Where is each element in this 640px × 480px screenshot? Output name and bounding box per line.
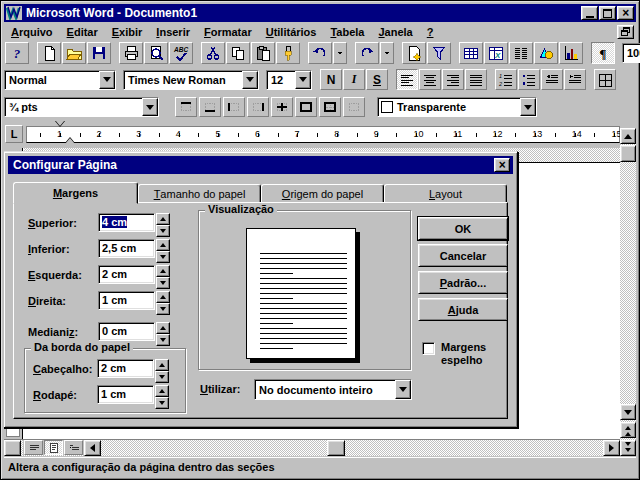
spelling-button[interactable]: ABC <box>169 42 193 64</box>
hscroll-thumb[interactable] <box>327 440 345 456</box>
menu-inserir[interactable]: Inserir <box>149 24 197 40</box>
cabeçalho-input[interactable]: 2 cm <box>97 359 154 378</box>
chevron-down-icon[interactable] <box>142 98 158 116</box>
vscroll-thumb[interactable] <box>620 145 636 162</box>
autotext-button[interactable] <box>402 42 426 64</box>
print-button[interactable] <box>119 42 143 64</box>
tab-margens[interactable]: Margens <box>13 182 138 204</box>
insert-table-button[interactable] <box>459 42 483 64</box>
border-outside-button[interactable] <box>295 97 317 117</box>
autoformat-button[interactable] <box>427 42 451 64</box>
normal-view-button[interactable] <box>24 440 43 455</box>
align-center-button[interactable] <box>419 69 441 90</box>
borders-toggle-button[interactable] <box>594 69 616 90</box>
menu-utilitrios[interactable]: Utilitários <box>259 24 324 40</box>
new-document-button[interactable] <box>37 42 61 64</box>
paste-button[interactable] <box>251 42 275 64</box>
format-painter-button[interactable] <box>276 42 300 64</box>
columns-button[interactable] <box>509 42 533 64</box>
align-justify-button[interactable] <box>465 69 487 90</box>
increase-indent-button[interactable] <box>564 69 586 90</box>
undo-button[interactable] <box>308 42 332 64</box>
chevron-down-icon[interactable] <box>520 98 536 116</box>
align-right-button[interactable] <box>442 69 464 90</box>
spinner[interactable] <box>156 322 170 341</box>
redo-dropdown-button[interactable] <box>380 42 394 64</box>
tab-alignment-button[interactable]: L <box>5 125 23 143</box>
border-inside-button[interactable] <box>271 97 293 117</box>
tab-layout[interactable]: Layout <box>384 184 507 203</box>
outline-view-button[interactable] <box>64 440 83 455</box>
spinner[interactable] <box>156 265 170 284</box>
spin-down-button[interactable] <box>156 334 170 346</box>
zoom-combo[interactable]: 100% <box>622 43 640 63</box>
page-layout-view-button[interactable] <box>44 440 63 455</box>
tab-origem-do-papel[interactable]: Origem do papel <box>261 184 384 203</box>
menu-formatar[interactable]: Formatar <box>197 24 259 40</box>
tab-tamanho-do-papel[interactable]: Tamanho do papel <box>138 184 261 203</box>
ajuda-button[interactable]: Ajuda <box>418 298 508 321</box>
decrease-indent-button[interactable] <box>541 69 563 90</box>
superior-input[interactable]: 4 cm <box>98 213 155 232</box>
undo-dropdown-button[interactable] <box>333 42 347 64</box>
spin-up-button[interactable] <box>156 322 170 334</box>
apply-to-combo[interactable]: No documento inteiro <box>254 379 412 400</box>
save-button[interactable] <box>87 42 111 64</box>
spin-down-button[interactable] <box>156 225 170 237</box>
cut-button[interactable] <box>201 42 225 64</box>
spin-up-button[interactable] <box>155 359 169 371</box>
vertical-scrollbar[interactable] <box>620 128 636 456</box>
copy-button[interactable] <box>226 42 250 64</box>
print-preview-button[interactable] <box>144 42 168 64</box>
menu-janela[interactable]: Janela <box>371 24 419 40</box>
border-box-inside-button[interactable] <box>319 97 341 117</box>
spin-down-button[interactable] <box>155 371 169 383</box>
next-page-button[interactable] <box>620 440 636 456</box>
align-left-button[interactable] <box>396 69 418 90</box>
scroll-up-button[interactable] <box>620 128 636 144</box>
ok-button[interactable]: OK <box>418 217 508 240</box>
menu-exibir[interactable]: Exibir <box>105 24 150 40</box>
menu-editar[interactable]: Editar <box>60 24 105 40</box>
medianiz-input[interactable]: 0 cm <box>98 322 155 341</box>
horizontal-ruler[interactable]: 123456789101112131415 <box>26 126 620 143</box>
insert-excel-button[interactable]: X <box>484 42 508 64</box>
italic-button[interactable]: I <box>343 69 365 90</box>
spinner[interactable] <box>155 385 169 404</box>
scroll-left-button[interactable] <box>84 440 101 456</box>
menu-?[interactable]: ? <box>420 24 441 40</box>
maximize-button[interactable] <box>599 6 616 20</box>
close-button[interactable]: × <box>617 6 634 20</box>
cancelar-button[interactable]: Cancelar <box>418 244 508 267</box>
numbered-list-button[interactable]: 12 <box>495 69 517 90</box>
open-button[interactable] <box>62 42 86 64</box>
spin-up-button[interactable] <box>156 291 170 303</box>
chevron-down-icon[interactable] <box>99 71 115 89</box>
spinner[interactable] <box>156 213 170 232</box>
rodap-input[interactable]: 1 cm <box>97 385 154 404</box>
chevron-down-icon[interactable] <box>295 71 311 89</box>
font-size-combo[interactable]: 12 <box>266 70 312 90</box>
font-combo[interactable]: Times New Roman <box>123 70 259 90</box>
help-button[interactable]: ? <box>5 42 29 64</box>
spinner[interactable] <box>156 291 170 310</box>
padro-button[interactable]: Padrão... <box>418 271 508 294</box>
chart-button[interactable] <box>559 42 583 64</box>
dialog-close-button[interactable]: × <box>494 158 510 172</box>
spin-up-button[interactable] <box>156 239 170 251</box>
spin-up-button[interactable] <box>155 385 169 397</box>
scroll-down-button[interactable] <box>620 404 636 420</box>
menu-arquivo[interactable]: Arquivo <box>4 24 60 40</box>
minimize-button[interactable] <box>581 6 598 20</box>
previous-page-button[interactable] <box>620 422 636 438</box>
menu-tabela[interactable]: Tabela <box>323 24 371 40</box>
spin-up-button[interactable] <box>156 265 170 277</box>
chevron-down-icon[interactable] <box>395 380 411 399</box>
spin-down-button[interactable] <box>156 277 170 289</box>
bulleted-list-button[interactable] <box>518 69 540 90</box>
show-paragraph-button[interactable]: ¶ <box>591 42 615 64</box>
style-combo[interactable]: Normal <box>4 70 116 90</box>
bold-button[interactable]: N <box>320 69 342 90</box>
underline-button[interactable]: S <box>366 69 388 90</box>
shading-combo[interactable]: Transparente <box>377 97 537 117</box>
